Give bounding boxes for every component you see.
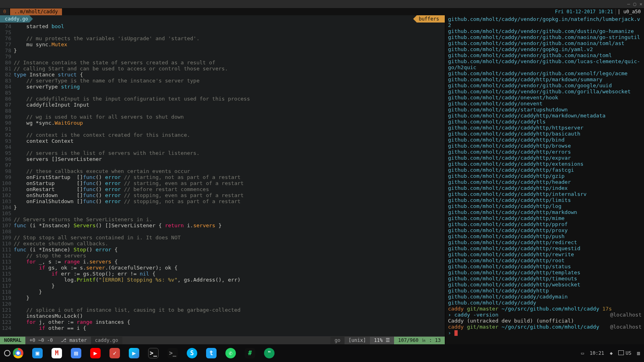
app-chrome-icon[interactable]	[13, 348, 23, 358]
code-line[interactable]: 107func (i *Instance) Servers() []Server…	[0, 222, 445, 228]
app-play-icon[interactable]: ▶	[129, 348, 139, 358]
tray-notifications-icon[interactable]: ▭	[581, 350, 584, 356]
code-line[interactable]: 103 onFinalShutdown []func() error // st…	[0, 198, 445, 204]
app-terminal-icon[interactable]: >_	[148, 348, 159, 358]
code-line[interactable]: 117 }	[0, 283, 445, 289]
tray-menu-icon[interactable]: ▥	[637, 350, 640, 356]
tray-keyboard-layout[interactable]: US	[618, 350, 631, 356]
code-text: // execute shutdown callbacks.	[14, 241, 445, 247]
app-irc-icon[interactable]: #	[245, 348, 255, 358]
code-line[interactable]: 99 onFirstStartup []func() error // star…	[0, 174, 445, 180]
code-line[interactable]: 111func (i *Instance) Stop() error {	[0, 247, 445, 253]
code-line[interactable]: 109// Stop stops all servers contained i…	[0, 234, 445, 241]
code-line[interactable]: 102 onShutdown []func() error // stoppin…	[0, 192, 445, 198]
shell-input[interactable]: ›	[448, 330, 642, 336]
code-line[interactable]: 86 // caddyfileInput is the input config…	[0, 96, 445, 102]
code-line[interactable]: 124 if other == i {	[0, 325, 445, 331]
terminal-line: github.com/mholt/caddy/startupshutdown	[448, 107, 642, 113]
vim-bufferline: caddy.go buffers	[0, 15, 445, 23]
code-line[interactable]: 100 onStartup []func() error // starting…	[0, 180, 445, 186]
code-line[interactable]: 84 serverType string	[0, 84, 445, 90]
vim-pane[interactable]: caddy.go buffers 74 started bool7576 // …	[0, 15, 445, 344]
app-launcher-icon[interactable]	[4, 350, 10, 356]
app-skype-icon[interactable]: S	[187, 348, 197, 358]
code-line[interactable]: 96 servers []ServerListener	[0, 156, 445, 162]
app-docs-icon[interactable]: ▤	[71, 348, 81, 358]
code-line[interactable]: 87 caddyfileInput Input	[0, 102, 445, 108]
code-text: instancesMu.Lock()	[14, 313, 445, 319]
line-number: 113	[0, 259, 14, 265]
app-files-icon[interactable]: ▣	[32, 348, 43, 358]
code-line[interactable]: 119 }	[0, 295, 445, 301]
code-line[interactable]: 77 mu sync.Mutex	[0, 41, 445, 47]
line-number: 105	[0, 210, 14, 216]
code-line[interactable]: 121 // splice i out of instance list, ca…	[0, 307, 445, 313]
code-line[interactable]: 106// Servers returns the ServerListener…	[0, 216, 445, 222]
code-line[interactable]: 89 // wg is used to wait for all servers…	[0, 114, 445, 120]
vim-buffers-label[interactable]: buffers	[413, 15, 445, 23]
code-line[interactable]: 78}	[0, 47, 445, 53]
code-line[interactable]: 90 wg *sync.WaitGroup	[0, 120, 445, 126]
line-number: 115	[0, 271, 14, 277]
code-line[interactable]: 120	[0, 301, 445, 307]
code-line[interactable]: 104}	[0, 204, 445, 210]
vim-code-area[interactable]: 74 started bool7576 // mu protects the v…	[0, 23, 445, 336]
code-line[interactable]: 75	[0, 29, 445, 35]
app-gmail-icon[interactable]: M	[52, 348, 62, 358]
code-line[interactable]: 85	[0, 90, 445, 96]
code-line[interactable]: 76 // mu protects the variables 'isUpgra…	[0, 35, 445, 41]
code-line[interactable]: 115 if err := gs.Stop(); err != nil {	[0, 271, 445, 277]
app-terminal2-icon[interactable]: >_	[167, 348, 178, 358]
terminal-pane[interactable]: github.com/mholt/caddy/vendor/gopkg.in/n…	[445, 15, 644, 344]
code-line[interactable]: 114 if gs, ok := s.server.(GracefulServe…	[0, 265, 445, 271]
app-twitter-icon[interactable]: t	[206, 348, 217, 358]
line-number: 111	[0, 247, 14, 253]
code-line[interactable]: 91	[0, 126, 445, 132]
code-text: // splice i out of instance list, causin…	[14, 307, 445, 313]
code-line[interactable]: 118 }	[0, 289, 445, 295]
line-number: 110	[0, 241, 14, 247]
vim-active-buffer[interactable]: caddy.go	[0, 15, 33, 23]
code-line[interactable]: 82type Instance struct {	[0, 72, 445, 78]
code-line[interactable]: 81// calling Start and can be used to ac…	[0, 66, 445, 72]
code-line[interactable]: 80// Instance contains the state of serv…	[0, 60, 445, 66]
code-line[interactable]: 95 // servers is the list of servers wit…	[0, 150, 445, 156]
line-number: 89	[0, 114, 14, 120]
window-minimize-button[interactable]: —	[627, 1, 630, 7]
code-line[interactable]: 83 // serverType is the name of the inst…	[0, 78, 445, 84]
code-line[interactable]: 88	[0, 108, 445, 114]
tmux-window-title[interactable]: ..m/mholt/caddy	[10, 8, 62, 15]
code-line[interactable]: 93 context Context	[0, 138, 445, 144]
code-line[interactable]: 112 // stop the servers	[0, 253, 445, 259]
code-line[interactable]: 92 // context is the context created for…	[0, 132, 445, 138]
tray-wifi-icon[interactable]: ◆	[610, 350, 613, 356]
code-text	[14, 53, 445, 60]
line-number: 95	[0, 150, 14, 156]
code-line[interactable]: 74 started bool	[0, 23, 445, 29]
app-youtube-icon[interactable]: ▶	[90, 348, 101, 358]
terminal-line: github.com/mholt/caddy/caddytls	[448, 119, 642, 125]
tmux-window-index[interactable]: 0	[0, 8, 9, 15]
terminal-line: github.com/mholt/caddy/vendor/github.com…	[448, 34, 642, 40]
window-close-button[interactable]: ✕	[640, 1, 642, 7]
code-line[interactable]: 116 log.Printf("[ERROR] Stopping %s: %v"…	[0, 277, 445, 283]
code-line[interactable]: 79	[0, 53, 445, 60]
app-todoist-icon[interactable]: ✓	[109, 348, 120, 358]
code-line[interactable]: 98 // these callbacks execute when certa…	[0, 168, 445, 174]
code-line[interactable]: 101 onRestart []func() error // before r…	[0, 186, 445, 192]
code-line[interactable]: 122 instancesMu.Lock()	[0, 313, 445, 319]
terminal-output[interactable]: github.com/mholt/caddy/vendor/gopkg.in/n…	[446, 15, 644, 344]
window-maximize-button[interactable]: ▢	[634, 1, 636, 7]
code-line[interactable]: 105	[0, 210, 445, 216]
line-number: 83	[0, 78, 14, 84]
terminal-line: github.com/mholt/caddy/caddyhttp/proxy	[448, 227, 642, 233]
tray-clock[interactable]: 10:21	[590, 350, 604, 356]
code-line[interactable]: 94	[0, 144, 445, 150]
code-line[interactable]: 123 for j, other := range instances {	[0, 319, 445, 325]
code-line[interactable]: 110// execute shutdown callbacks.	[0, 241, 445, 247]
code-line[interactable]: 97	[0, 162, 445, 168]
app-hangouts-icon[interactable]: ❝	[264, 348, 275, 358]
code-line[interactable]: 113 for _, s := range i.servers {	[0, 259, 445, 265]
code-line[interactable]: 108	[0, 228, 445, 234]
app-whatsapp-icon[interactable]: ✆	[225, 348, 236, 358]
